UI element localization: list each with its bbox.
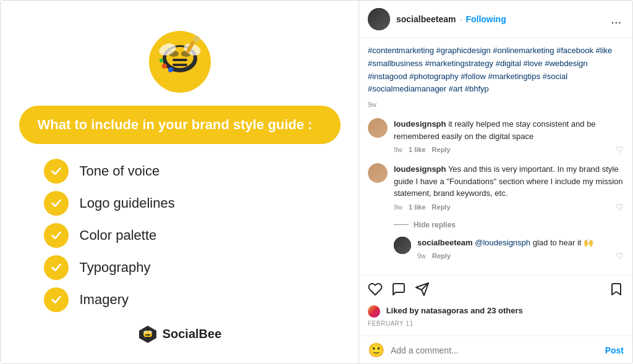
comment-reply-btn-2[interactable]: Reply <box>432 203 451 211</box>
checklist-item: Logo guidelines <box>44 191 341 216</box>
liked-by-username[interactable]: natasagoras <box>421 306 469 315</box>
comment-text-2: loudesignsph Yes and this is very import… <box>394 163 624 200</box>
svg-point-10 <box>193 36 200 42</box>
check-circle-3 <box>44 223 69 248</box>
post-image-panel: What to include in your brand style guid… <box>1 1 359 364</box>
emoji-button[interactable]: 🙂 <box>368 342 384 358</box>
bee-illustration <box>140 22 220 96</box>
svg-point-11 <box>162 64 167 69</box>
hide-replies-text: Hide replies <box>414 221 456 229</box>
reply-text: socialbeeteam @loudesignsph glad to hear… <box>417 237 624 249</box>
comment-heart-1[interactable]: ♡ <box>616 145 624 154</box>
checklist: Tone of voice Logo guidelines Color pale… <box>19 159 341 312</box>
hashtags-block: #contentmarketing #graphicdesign #online… <box>368 44 624 96</box>
checklist-label-1: Tone of voice <box>80 163 160 179</box>
socialbee-logo-text: SocialBee <box>163 327 222 341</box>
comment-time-2: 9w <box>394 203 402 211</box>
liked-avatar <box>368 305 380 318</box>
account-username[interactable]: socialbeeteam <box>396 14 456 24</box>
comment-username-1[interactable]: loudesignsph <box>394 119 446 129</box>
nested-reply-block: socialbeeteam @loudesignsph glad to hear… <box>394 237 624 261</box>
comment-block-1: loudesignsph it really helped me stay co… <box>368 118 624 154</box>
svg-rect-8 <box>172 64 187 66</box>
checklist-item: Color palette <box>44 223 341 248</box>
comment-reply-btn-1[interactable]: Reply <box>432 146 451 153</box>
avatar-image <box>368 8 390 30</box>
liked-by-row: Liked by natasagoras and 23 others <box>368 305 624 318</box>
comment-input[interactable] <box>391 345 599 355</box>
reply-body: glad to hear it 🙌 <box>533 238 593 247</box>
bookmark-button[interactable] <box>609 282 624 300</box>
post-header: socialbeeteam · Following ... <box>359 1 632 38</box>
brand-guide-banner: What to include in your brand style guid… <box>19 106 341 144</box>
socialbee-logo: SocialBee <box>138 324 222 344</box>
reply-username[interactable]: socialbeeteam <box>417 238 473 247</box>
comment-meta-1: 9w 1 like Reply ♡ <box>394 145 624 154</box>
socialbee-logo-icon <box>138 324 158 344</box>
checklist-label-2: Logo guidelines <box>80 195 175 211</box>
comment-meta-2: 9w 1 like Reply ♡ <box>394 202 624 212</box>
dot-separator: · <box>460 14 462 24</box>
comments-area[interactable]: #contentmarketing #graphicdesign #online… <box>359 38 632 275</box>
reply-mention[interactable]: @loudesignsph <box>475 238 530 247</box>
reply-avatar-image <box>394 237 411 254</box>
svg-rect-18 <box>145 334 150 336</box>
add-comment-bar: 🙂 Post <box>359 336 632 364</box>
svg-point-13 <box>159 59 163 62</box>
comment-text-1: loudesignsph it really helped me stay co… <box>394 118 624 142</box>
actions-bar: Liked by natasagoras and 23 others Febru… <box>359 275 632 336</box>
reply-heart[interactable]: ♡ <box>616 251 624 261</box>
following-button[interactable]: Following <box>465 14 506 24</box>
checklist-label-5: Imagery <box>80 292 129 308</box>
check-circle-1 <box>44 159 69 184</box>
checklist-item: Typography <box>44 255 341 280</box>
comment-likes-1: 1 like <box>409 146 426 153</box>
comment-avatar-1 <box>368 118 388 138</box>
check-circle-2 <box>44 191 69 216</box>
action-icons-row <box>368 282 624 300</box>
comment-username-2[interactable]: loudesignsph <box>394 164 446 174</box>
banner-text: What to include in your brand style guid… <box>38 117 322 133</box>
post-comment-button[interactable]: Post <box>605 345 624 355</box>
checklist-label-3: Color palette <box>80 227 157 243</box>
reply-reply-btn[interactable]: Reply <box>432 252 451 260</box>
comment-content-1: loudesignsph it really helped me stay co… <box>394 118 624 154</box>
comment-avatar-2 <box>368 163 388 183</box>
svg-rect-7 <box>172 59 187 61</box>
account-avatar <box>368 8 390 30</box>
liked-by-rest: and 23 others <box>470 306 523 315</box>
instagram-post-modal: What to include in your brand style guid… <box>0 0 633 364</box>
comment-avatar-img-1 <box>368 118 388 138</box>
comment-likes-2: 1 like <box>409 203 426 211</box>
reply-meta: 9w Reply ♡ <box>417 251 624 261</box>
check-circle-4 <box>44 255 69 280</box>
more-options-button[interactable]: ... <box>608 12 624 27</box>
svg-rect-19 <box>145 337 150 338</box>
comments-panel: socialbeeteam · Following ... #contentma… <box>359 1 632 364</box>
header-info: socialbeeteam · Following <box>396 14 608 24</box>
comment-time-1: 9w <box>394 146 402 153</box>
reply-time: 9w <box>417 252 426 260</box>
checklist-item: Imagery <box>44 287 341 312</box>
like-button[interactable] <box>368 282 383 300</box>
checklist-label-4: Typography <box>80 260 151 276</box>
reply-content: socialbeeteam @loudesignsph glad to hear… <box>417 237 624 261</box>
checklist-item: Tone of voice <box>44 159 341 184</box>
post-time-top: 9w <box>368 101 624 108</box>
hide-replies-line <box>394 224 409 225</box>
hide-replies-toggle[interactable]: Hide replies <box>394 221 624 229</box>
comment-block-2: loudesignsph Yes and this is very import… <box>368 163 624 212</box>
share-button[interactable] <box>415 282 430 300</box>
comment-button[interactable] <box>391 282 406 300</box>
reply-avatar <box>394 237 411 254</box>
check-circle-5 <box>44 287 69 312</box>
liked-by-text: Liked by <box>386 306 421 315</box>
comment-heart-2[interactable]: ♡ <box>616 202 624 212</box>
comment-avatar-img-2 <box>368 163 388 183</box>
comment-content-2: loudesignsph Yes and this is very import… <box>394 163 624 212</box>
svg-point-12 <box>168 67 173 72</box>
post-date: February 11 <box>368 320 624 327</box>
